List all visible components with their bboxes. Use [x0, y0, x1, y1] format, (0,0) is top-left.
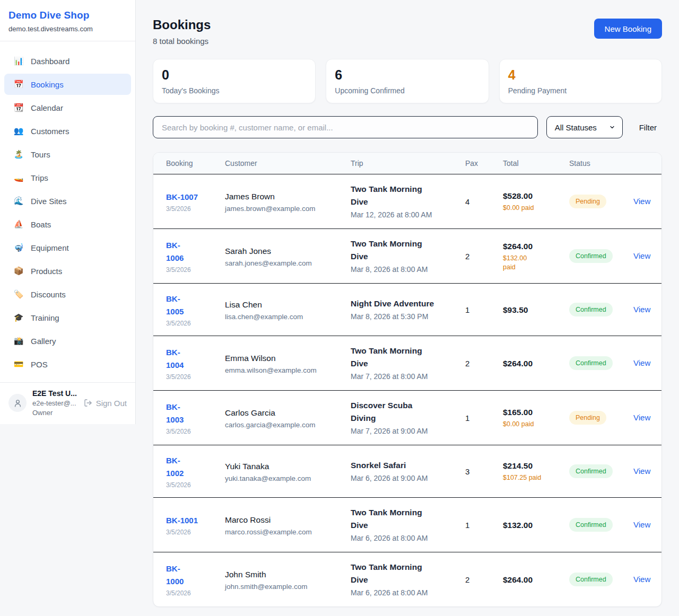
customer-name: Carlos Garcia	[225, 407, 345, 419]
customer-name: Marco Rossi	[225, 514, 345, 526]
customer-email: carlos.garcia@example.com	[225, 421, 345, 429]
speedboat-icon: 🚤	[13, 173, 24, 182]
sidebar-item-label: Boats	[31, 220, 51, 229]
sidebar-item-customers[interactable]: 👥 Customers	[4, 120, 131, 142]
sidebar-item-gallery[interactable]: 📸 Gallery	[4, 330, 131, 351]
page-header: Bookings 8 total bookings New Booking	[153, 17, 662, 46]
table-row: BK-1001 3/5/2026 Marco Rossi marco.rossi…	[153, 498, 661, 552]
stat-label: Pending Payment	[508, 86, 653, 95]
booking-id-link[interactable]: BK- 1006	[166, 239, 220, 265]
stat-card: 6 Upcoming Confirmed	[326, 59, 489, 103]
status-filter-value: All Statuses	[555, 123, 597, 132]
total-amount: $165.00	[503, 407, 564, 418]
view-link[interactable]: View	[633, 413, 650, 422]
booking-date: 3/5/2026	[166, 266, 220, 274]
customer-name: Lisa Chen	[225, 299, 345, 311]
sidebar-item-training[interactable]: 🎓 Training	[4, 307, 131, 328]
sidebar-item-label: Dashboard	[31, 57, 69, 66]
table-row: BK- 1006 3/5/2026 Sarah Jones sarah.jone…	[153, 229, 661, 284]
people-icon: 👥	[13, 126, 24, 136]
view-link[interactable]: View	[633, 575, 650, 584]
shop-name: Demo Dive Shop	[8, 10, 127, 21]
pax-count: 1	[465, 305, 503, 314]
col-header-customer: Customer	[225, 159, 351, 168]
sidebar-item-label: Calendar	[31, 103, 63, 112]
table-body: BK-1007 3/5/2026 James Brown james.brown…	[153, 174, 661, 606]
booking-id-link[interactable]: BK- 1000	[166, 562, 220, 588]
trip-name: Night Dive Adventure	[351, 297, 460, 310]
pax-count: 4	[465, 197, 503, 206]
sidebar-item-bookings[interactable]: 📅 Bookings	[4, 74, 131, 95]
sidebar-item-tours[interactable]: 🏝️ Tours	[4, 144, 131, 165]
paid-amount: $0.00 paid	[503, 420, 564, 429]
trip-datetime: Mar 8, 2026 at 5:30 PM	[351, 311, 460, 322]
booking-id-link[interactable]: BK-1001	[166, 514, 220, 527]
sidebar: Demo Dive Shop demo.test.divestreams.com…	[0, 0, 136, 424]
status-badge: Confirmed	[569, 356, 613, 370]
booking-date: 3/5/2026	[166, 589, 220, 597]
search-input[interactable]	[153, 116, 538, 138]
sidebar-item-pos[interactable]: 💳 POS	[4, 354, 131, 375]
customer-name: Yuki Tanaka	[225, 461, 345, 472]
sidebar-item-trips[interactable]: 🚤 Trips	[4, 167, 131, 188]
camera-icon: 📸	[13, 336, 24, 346]
sign-out-button[interactable]: Sign Out	[84, 399, 127, 408]
view-link[interactable]: View	[633, 197, 650, 206]
booking-id-link[interactable]: BK- 1002	[166, 454, 220, 480]
sidebar-item-boats[interactable]: ⛵ Boats	[4, 214, 131, 235]
stat-label: Upcoming Confirmed	[335, 86, 480, 95]
sidebar-item-dive-sites[interactable]: 🌊 Dive Sites	[4, 190, 131, 212]
customer-name: Sarah Jones	[225, 245, 345, 257]
sailboat-icon: ⛵	[13, 219, 24, 229]
sidebar-footer: E2E Test U... e2e-tester@... Owner Sign …	[0, 382, 135, 424]
customer-name: James Brown	[225, 191, 345, 203]
status-badge: Confirmed	[569, 464, 613, 478]
view-link[interactable]: View	[633, 467, 650, 476]
package-icon: 📦	[13, 266, 24, 276]
sidebar-item-label: Gallery	[31, 337, 56, 346]
user-name: E2E Test U...	[32, 389, 78, 398]
sidebar-item-discounts[interactable]: 🏷️ Discounts	[4, 284, 131, 305]
booking-id-link[interactable]: BK- 1004	[166, 346, 220, 372]
filter-button[interactable]: Filter	[639, 123, 657, 132]
sidebar-nav: 📊 Dashboard 📅 Bookings 📆 Calendar 👥 Cust…	[0, 41, 135, 382]
sidebar-item-label: POS	[31, 360, 48, 369]
customer-email: john.smith@example.com	[225, 583, 345, 591]
booking-id-link[interactable]: BK- 1005	[166, 293, 220, 318]
table-row: BK- 1004 3/5/2026 Emma Wilson emma.wilso…	[153, 336, 661, 391]
customer-email: yuki.tanaka@example.com	[225, 474, 345, 482]
sidebar-item-label: Dive Sites	[31, 197, 67, 206]
total-amount: $528.00	[503, 190, 564, 201]
sidebar-item-dashboard[interactable]: 📊 Dashboard	[4, 50, 131, 72]
customer-email: james.brown@example.com	[225, 205, 345, 213]
calendar-icon: 📅	[13, 80, 24, 89]
booking-date: 3/5/2026	[166, 428, 220, 435]
booking-id-link[interactable]: BK-1007	[166, 191, 220, 204]
tear-off-calendar-icon: 📆	[13, 103, 24, 112]
new-booking-button[interactable]: New Booking	[594, 19, 662, 39]
customer-email: sarah.jones@example.com	[225, 259, 345, 267]
view-link[interactable]: View	[633, 251, 650, 260]
view-link[interactable]: View	[633, 520, 650, 529]
pax-count: 1	[465, 521, 503, 530]
view-link[interactable]: View	[633, 305, 650, 314]
user-role: Owner	[32, 409, 78, 417]
status-badge: Pending	[569, 411, 606, 425]
trip-datetime: Mar 7, 2026 at 9:00 AM	[351, 426, 460, 436]
trip-datetime: Mar 7, 2026 at 8:00 AM	[351, 371, 460, 382]
trip-name: Snorkel Safari	[351, 459, 460, 472]
trip-name: Discover Scuba Diving	[351, 399, 460, 425]
customer-email: emma.wilson@example.com	[225, 366, 345, 374]
sidebar-item-label: Training	[31, 313, 59, 322]
stat-card: 4 Pending Payment	[499, 59, 662, 103]
sidebar-item-products[interactable]: 📦 Products	[4, 260, 131, 281]
status-filter-select[interactable]: All Statuses	[546, 116, 623, 138]
brand: Demo Dive Shop demo.test.divestreams.com	[0, 0, 135, 41]
sidebar-item-equipment[interactable]: 🤿 Equipment	[4, 237, 131, 258]
bar-chart-icon: 📊	[13, 56, 24, 66]
stat-value: 0	[162, 67, 307, 83]
sidebar-item-calendar[interactable]: 📆 Calendar	[4, 97, 131, 118]
booking-date: 3/5/2026	[166, 205, 220, 213]
view-link[interactable]: View	[633, 358, 650, 367]
booking-id-link[interactable]: BK- 1003	[166, 401, 220, 426]
